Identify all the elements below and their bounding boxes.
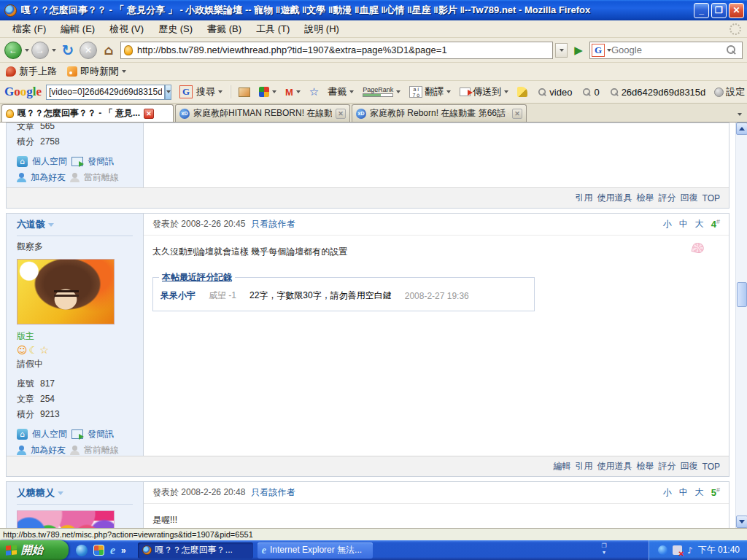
google-toolbar-search-input[interactable] xyxy=(46,85,165,100)
menu-help[interactable]: 說明 (H) xyxy=(298,21,346,37)
post-header: 發表於 2008-2-26 20:45 只看該作者 小 中 大 4# xyxy=(144,214,729,236)
highlighter-button[interactable] xyxy=(515,85,530,98)
google-search-button[interactable]: G 搜尋 xyxy=(176,84,225,100)
font-medium-link[interactable]: 中 xyxy=(679,218,688,230)
top-link[interactable]: TOP xyxy=(703,193,720,203)
use-magic-link[interactable]: 使用道具 xyxy=(597,192,632,204)
author-name[interactable]: 乂糖糖乂 xyxy=(17,486,133,499)
user-space-link[interactable]: 個人空間 xyxy=(32,428,67,440)
add-friend-link[interactable]: 加為好友 xyxy=(31,171,66,184)
tab-forum-thread[interactable]: 嘎？？怎麼回事？？ - 「 意見... ✕ xyxy=(1,104,174,122)
send-to-button[interactable]: 傳送到 xyxy=(457,84,511,100)
go-button[interactable]: ▶ xyxy=(570,42,587,59)
menu-tools[interactable]: 工具 (T) xyxy=(249,21,296,37)
start-button[interactable]: 開始 xyxy=(0,540,69,560)
send-message-link[interactable]: 發簡訊 xyxy=(88,155,114,168)
tab-reborn-video-2[interactable]: xD 家庭教師 Reborn! 在線動畫 第66話 -... ✕ xyxy=(352,104,527,122)
add-friend-link[interactable]: 加為好友 xyxy=(31,444,66,456)
tab-close-icon[interactable]: ✕ xyxy=(144,109,154,119)
menu-file[interactable]: 檔案 (F) xyxy=(6,21,53,37)
taskbar-item-ie[interactable]: e Internet Explorer 無法... xyxy=(258,542,373,559)
quick-launch-ie-icon[interactable]: e xyxy=(110,544,115,557)
font-small-link[interactable]: 小 xyxy=(663,218,672,230)
search-icon[interactable] xyxy=(727,45,736,55)
gmail-button[interactable]: M xyxy=(283,85,303,99)
view-author-link[interactable]: 只看該作者 xyxy=(251,218,295,230)
find-term-3-button[interactable]: 26d6429d69d8315d xyxy=(606,85,708,99)
edit-link[interactable]: 編輯 xyxy=(554,460,571,472)
quick-launch-globe-icon[interactable] xyxy=(76,545,88,556)
author-role: 版主 xyxy=(17,330,133,343)
apps-button[interactable] xyxy=(257,85,279,98)
menu-history[interactable]: 歷史 (S) xyxy=(152,21,199,37)
reply-link[interactable]: 回復 xyxy=(681,192,698,204)
offline-icon xyxy=(70,446,80,455)
search-input[interactable] xyxy=(611,44,724,55)
bookmark-getting-started[interactable]: 新手上路 xyxy=(6,65,57,78)
view-author-link[interactable]: 只看該作者 xyxy=(251,486,295,499)
vertical-scrollbar[interactable] xyxy=(735,122,747,528)
menu-bookmarks[interactable]: 書籤 (B) xyxy=(201,21,248,37)
taskbar-clock[interactable]: 下午 01:40 xyxy=(698,544,740,556)
stop-button[interactable]: ✕ xyxy=(80,42,97,59)
rating-record-title: 本帖最近評分記錄 xyxy=(159,271,235,284)
send-message-link[interactable]: 發簡訊 xyxy=(88,428,114,440)
restore-button[interactable]: ❐ xyxy=(711,3,727,18)
menu-view[interactable]: 檢視 (V) xyxy=(103,21,150,37)
quick-launch-overflow-chevron[interactable]: » xyxy=(121,545,126,556)
tab-close-icon[interactable]: ✕ xyxy=(336,109,346,119)
font-medium-link[interactable]: 中 xyxy=(679,486,688,499)
scrollbar-thumb[interactable] xyxy=(737,282,747,307)
photos-button[interactable] xyxy=(236,86,252,98)
report-link[interactable]: 檢舉 xyxy=(637,192,654,204)
tab-reborn-video-1[interactable]: xD 家庭教師HITMAN REBORN! 在線動... ✕ xyxy=(175,104,350,122)
user-space-link[interactable]: 個人空間 xyxy=(32,155,67,168)
author-name[interactable]: 六道骸 xyxy=(17,218,133,231)
pagerank-button[interactable]: PageRank xyxy=(360,85,403,98)
taskbar-toolbar-handle[interactable]: ❐▾ xyxy=(597,542,611,556)
settings-button[interactable]: 設定 xyxy=(712,84,747,100)
scroll-up-button[interactable] xyxy=(736,122,747,135)
scroll-down-button[interactable] xyxy=(736,516,747,528)
top-link[interactable]: TOP xyxy=(703,462,720,472)
rater-name-link[interactable]: 呆呆小宇 xyxy=(160,289,196,302)
url-bar[interactable]: http://bbs.tw789.net/viewthread.php?tid=… xyxy=(120,42,553,59)
search-engine-icon[interactable]: G xyxy=(592,44,605,57)
home-button[interactable]: ⌂ xyxy=(99,41,118,60)
quote-link[interactable]: 引用 xyxy=(576,460,593,472)
back-button[interactable]: ← xyxy=(4,42,22,59)
back-dropdown-icon[interactable] xyxy=(25,49,29,52)
volume-tray-icon[interactable]: ♪ xyxy=(687,545,693,556)
home-icon: ⌂ xyxy=(17,156,28,167)
url-text[interactable]: http://bbs.tw789.net/viewthread.php?tid=… xyxy=(137,44,551,55)
rate-link[interactable]: 評分 xyxy=(659,460,676,472)
report-link[interactable]: 檢舉 xyxy=(637,460,654,472)
quote-link[interactable]: 引用 xyxy=(576,192,593,204)
bookmark-star-button[interactable]: ☆ xyxy=(307,84,321,100)
taskbar-item-firefox[interactable]: 嘎？？怎麼回事？... xyxy=(138,542,253,559)
font-large-link[interactable]: 大 xyxy=(695,218,704,230)
messenger-tray-icon[interactable] xyxy=(658,545,667,555)
rate-link[interactable]: 評分 xyxy=(659,192,676,204)
google-query-dropdown[interactable] xyxy=(165,85,171,100)
network-error-tray-icon[interactable] xyxy=(673,545,682,555)
forward-button[interactable]: → xyxy=(31,42,49,59)
font-large-link[interactable]: 大 xyxy=(695,486,704,499)
translate-button[interactable]: a í7 ò翻譯 xyxy=(407,84,453,100)
font-small-link[interactable]: 小 xyxy=(663,486,672,499)
menu-edit[interactable]: 編輯 (E) xyxy=(54,21,101,37)
gbookmarks-button[interactable]: 書籤 xyxy=(325,84,356,100)
find-term-1-button[interactable]: video xyxy=(534,85,574,99)
tab-list-dropdown[interactable] xyxy=(732,107,746,122)
reply-link[interactable]: 回復 xyxy=(681,460,698,472)
url-history-dropdown[interactable] xyxy=(555,43,568,58)
bookmark-latest-news[interactable]: 即時新聞 xyxy=(67,65,126,78)
tab-close-icon[interactable]: ✕ xyxy=(512,109,522,119)
reload-button[interactable]: ↻ xyxy=(58,41,77,60)
use-magic-link[interactable]: 使用道具 xyxy=(597,460,632,472)
find-term-2-button[interactable]: 0 xyxy=(578,85,601,99)
close-button[interactable]: ✕ xyxy=(729,3,744,18)
quick-launch-media-icon[interactable] xyxy=(93,545,104,556)
minimize-button[interactable]: _ xyxy=(694,3,709,18)
forward-dropdown-icon[interactable] xyxy=(52,49,56,52)
